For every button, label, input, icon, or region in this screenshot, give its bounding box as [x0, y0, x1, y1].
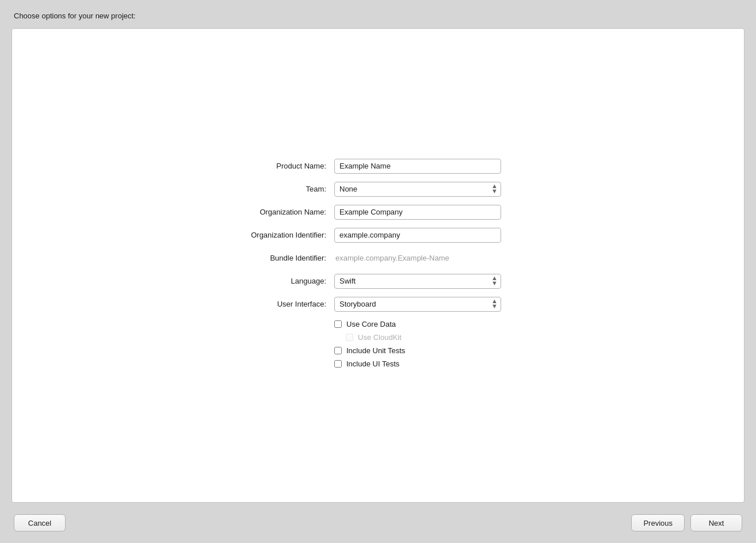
use-core-data-checkbox[interactable] — [334, 320, 342, 328]
language-select-wrapper: Swift Objective-C ▲ ▼ — [334, 274, 501, 289]
org-id-row: Organization Identifier: — [200, 228, 556, 243]
use-cloudkit-label: Use CloudKit — [358, 333, 402, 342]
bundle-id-input — [334, 251, 501, 266]
user-interface-row: User Interface: Storyboard SwiftUI ▲ ▼ — [200, 297, 556, 312]
team-row: Team: None Add an Account... ▲ ▼ — [200, 182, 556, 197]
next-button[interactable]: Next — [690, 514, 742, 531]
use-cloudkit-row: Use CloudKit — [346, 333, 556, 342]
team-select[interactable]: None Add an Account... — [334, 182, 501, 197]
include-ui-tests-row: Include UI Tests — [334, 360, 556, 368]
footer-right-buttons: Previous Next — [631, 514, 742, 531]
cancel-button[interactable]: Cancel — [14, 514, 66, 531]
product-name-row: Product Name: — [200, 159, 556, 174]
product-name-input[interactable] — [334, 159, 501, 174]
team-select-wrapper: None Add an Account... ▲ ▼ — [334, 182, 501, 197]
use-core-data-label: Use Core Data — [346, 320, 396, 328]
product-name-label: Product Name: — [200, 162, 326, 170]
footer: Cancel Previous Next — [12, 503, 744, 543]
language-select[interactable]: Swift Objective-C — [334, 274, 501, 289]
checkboxes-section: Use Core Data Use CloudKit Include Unit … — [334, 320, 556, 368]
main-panel: Product Name: Team: None Add an Account.… — [12, 28, 744, 503]
bundle-id-label: Bundle Identifier: — [200, 254, 326, 262]
language-row: Language: Swift Objective-C ▲ ▼ — [200, 274, 556, 289]
user-interface-label: User Interface: — [200, 300, 326, 308]
use-cloudkit-checkbox[interactable] — [346, 334, 353, 341]
use-core-data-row: Use Core Data — [334, 320, 556, 328]
include-unit-tests-checkbox[interactable] — [334, 347, 342, 354]
include-ui-tests-label: Include UI Tests — [346, 360, 399, 368]
org-name-row: Organization Name: — [200, 205, 556, 220]
org-id-label: Organization Identifier: — [200, 231, 326, 239]
language-label: Language: — [200, 277, 326, 285]
include-unit-tests-row: Include Unit Tests — [334, 346, 556, 355]
form-container: Product Name: Team: None Add an Account.… — [200, 159, 556, 373]
page-title: Choose options for your new project: — [12, 12, 744, 20]
include-ui-tests-checkbox[interactable] — [334, 360, 342, 368]
org-name-input[interactable] — [334, 205, 501, 220]
bundle-id-row: Bundle Identifier: — [200, 251, 556, 266]
previous-button[interactable]: Previous — [631, 514, 685, 531]
user-interface-select-wrapper: Storyboard SwiftUI ▲ ▼ — [334, 297, 501, 312]
team-label: Team: — [200, 185, 326, 193]
org-name-label: Organization Name: — [200, 208, 326, 216]
include-unit-tests-label: Include Unit Tests — [346, 346, 405, 355]
user-interface-select[interactable]: Storyboard SwiftUI — [334, 297, 501, 312]
org-id-input[interactable] — [334, 228, 501, 243]
